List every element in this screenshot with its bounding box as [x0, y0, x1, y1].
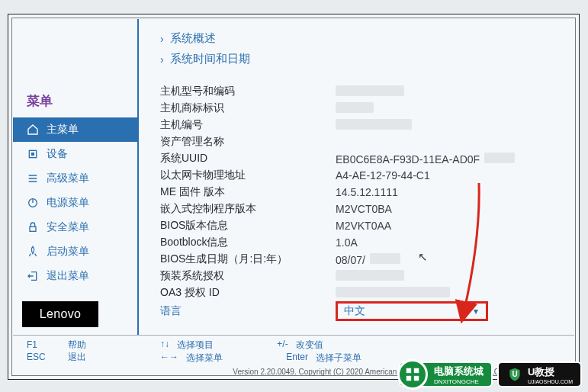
redacted-value	[336, 119, 412, 130]
field-value-text: 1.0A	[336, 236, 358, 249]
key-updown: ↑↓	[160, 339, 169, 352]
svg-rect-7	[414, 376, 419, 381]
field-row: BIOS版本信息M2VKT0AA	[160, 217, 559, 234]
hint-select-submenu: 选择子菜单	[316, 352, 361, 365]
field-row: 嵌入式控制程序版本M2VCT0BA	[160, 201, 559, 217]
redacted-value	[336, 270, 404, 281]
grid-icon	[397, 359, 428, 390]
field-label: BIOS生成日期（月:日:年）	[160, 252, 336, 266]
key-f1: F1	[27, 339, 54, 351]
chip-icon	[27, 148, 39, 160]
field-label: 资产管理名称	[160, 135, 336, 149]
exit-icon	[27, 270, 39, 282]
field-label: OA3 授权 ID	[160, 286, 336, 300]
field-row: Bootblock信息1.0A	[160, 234, 559, 251]
field-value: 08/07/	[336, 253, 559, 266]
sidebar-item-label: 主菜单	[47, 123, 79, 137]
menu-title: 菜单	[13, 88, 137, 117]
link-system-datetime[interactable]: › 系统时间和日期	[160, 49, 559, 69]
field-value	[336, 270, 559, 283]
sidebar-item-2[interactable]: 高级菜单	[13, 166, 137, 191]
mouse-cursor-icon: ↖	[418, 250, 428, 264]
field-value-text: 08/07/	[336, 254, 365, 266]
key-leftright: ←→	[160, 352, 178, 365]
hint-select-item: 选择项目	[177, 339, 214, 352]
field-row: 以太网卡物理地址A4-AE-12-79-44-C1	[160, 167, 559, 184]
svg-rect-5	[414, 368, 419, 373]
home-icon	[27, 124, 39, 136]
field-value: M2VCT0BA	[336, 203, 559, 215]
link-label: 系统时间和日期	[170, 52, 250, 66]
shield-icon: U	[506, 366, 523, 383]
watermark-black: U U教授 UJIAOSHOU.COM	[497, 361, 582, 387]
redacted-value	[336, 102, 374, 113]
watermark-black-url: UJIAOSHOU.COM	[528, 379, 573, 384]
field-value: A4-AE-12-79-44-C1	[336, 169, 559, 182]
field-label: 主机编号	[160, 118, 336, 132]
lenovo-logo: Lenovo	[22, 301, 98, 327]
sidebar-item-5[interactable]: 启动菜单	[13, 239, 137, 264]
main-content: › 系统概述 › 系统时间和日期 主机型号和编码主机商标标识主机编号资产管理名称…	[139, 19, 574, 335]
sidebar-item-3[interactable]: 电源菜单	[13, 191, 137, 215]
svg-text:U: U	[512, 370, 517, 378]
link-label: 系统概述	[170, 31, 216, 46]
field-row: ME 固件 版本14.5.12.1111	[160, 184, 559, 201]
field-label: 主机商标标识	[160, 101, 336, 115]
field-label: 嵌入式控制程序版本	[160, 202, 336, 216]
sidebar-item-label: 启动菜单	[47, 245, 89, 259]
field-row: BIOS生成日期（月:日:年）08/07/	[160, 251, 559, 268]
field-value	[336, 287, 559, 300]
field-value: 14.5.12.1111	[336, 186, 559, 198]
field-value	[336, 85, 559, 98]
watermark-green-url: DNXITONGCHE	[434, 378, 484, 385]
rocket-icon	[27, 246, 39, 258]
field-value	[336, 119, 559, 132]
list-icon	[27, 172, 39, 185]
field-value-text: A4-AE-12-79-44-C1	[336, 169, 430, 182]
sidebar-item-label: 安全菜单	[47, 220, 89, 234]
hint-select-menu: 选择菜单	[186, 352, 223, 365]
sidebar-item-label: 设备	[47, 147, 68, 161]
field-row: 预装系统授权	[160, 268, 559, 284]
lock-icon	[27, 221, 39, 233]
watermark-green-text: 电脑系统城	[434, 365, 484, 378]
chevron-right-icon: ›	[160, 53, 164, 66]
field-value: M2VKT0AA	[336, 220, 559, 232]
field-row: 主机编号	[160, 117, 559, 133]
svg-rect-3	[30, 227, 36, 231]
sidebar-item-1[interactable]: 设备	[13, 142, 137, 166]
hint-help: 帮助	[68, 339, 86, 351]
key-enter: Enter	[286, 352, 308, 365]
sidebar-item-6[interactable]: 退出菜单	[13, 264, 137, 288]
field-value: 1.0A	[336, 236, 559, 249]
sidebar-item-label: 高级菜单	[47, 172, 89, 185]
sidebar: 菜单 主菜单设备高级菜单电源菜单安全菜单启动菜单退出菜单 Lenovo	[13, 19, 139, 335]
sidebar-item-label: 电源菜单	[47, 196, 89, 210]
redacted-value	[370, 253, 400, 264]
annotation-arrow	[448, 179, 487, 332]
field-row: 系统UUIDEB0C6E8A-F93D-11EA-AD0F	[160, 150, 559, 167]
sidebar-item-4[interactable]: 安全菜单	[13, 215, 137, 239]
sidebar-item-0[interactable]: 主菜单	[13, 117, 137, 142]
redacted-value	[336, 287, 450, 297]
watermark-black-text: U教授	[528, 365, 573, 379]
watermark-green: 电脑系统城 DNXITONGCHE	[399, 361, 493, 387]
key-esc: ESC	[27, 351, 54, 363]
hint-exit: 退出	[68, 351, 86, 363]
field-value-text: M2VKT0AA	[336, 220, 391, 232]
language-label: 语言	[160, 304, 336, 318]
hint-change-value: 改变值	[296, 339, 323, 352]
field-value-text: EB0C6E8A-F93D-11EA-AD0F	[336, 153, 480, 165]
link-system-overview[interactable]: › 系统概述	[160, 28, 559, 49]
svg-rect-6	[406, 376, 411, 381]
field-row: 主机商标标识	[160, 100, 559, 117]
chevron-right-icon: ›	[160, 33, 164, 45]
field-value-text: M2VCT0BA	[336, 203, 392, 215]
field-label: Bootblock信息	[160, 236, 336, 249]
field-value-text: 14.5.12.1111	[336, 186, 398, 198]
watermarks: 电脑系统城 DNXITONGCHE U U教授 UJIAOSHOU.COM	[399, 361, 582, 387]
svg-rect-4	[406, 368, 411, 373]
field-label: 预装系统授权	[160, 269, 336, 283]
field-label: BIOS版本信息	[160, 219, 336, 233]
field-label: ME 固件 版本	[160, 185, 336, 199]
